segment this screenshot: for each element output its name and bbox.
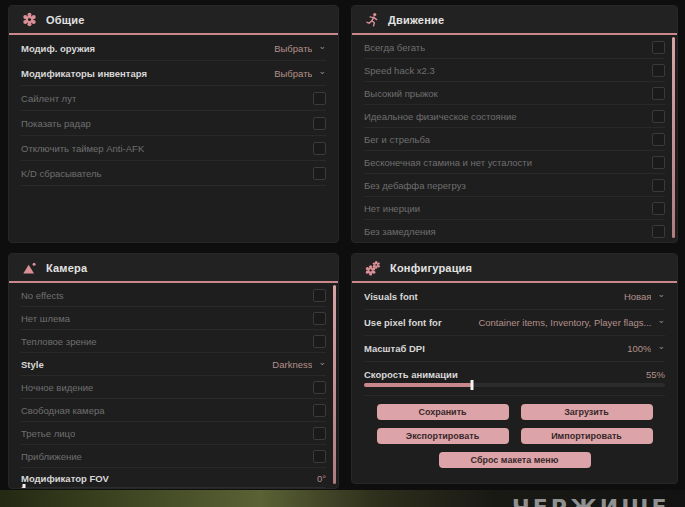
setting-row: No effects [21, 284, 326, 307]
setting-label: Модификаторы инвентаря [21, 68, 147, 79]
checkbox[interactable] [652, 225, 665, 238]
panel-movement: Движение Всегда бегатьSpeed hack x2.3Выс… [351, 5, 678, 243]
checkbox[interactable] [313, 117, 326, 130]
setting-row: Нет шлема [21, 307, 326, 330]
panel-config: Конфигурация Visuals fontНовая⌄Use pixel… [351, 253, 678, 484]
panel-title: Камера [46, 262, 87, 274]
setting-label: K/D сбрасыватель [21, 168, 102, 179]
setting-label: Всегда бегать [364, 42, 425, 53]
image-icon [22, 261, 37, 275]
checkbox[interactable] [652, 179, 665, 192]
setting-label: Тепловое зрение [21, 336, 97, 347]
panel-title: Конфигурация [390, 262, 472, 274]
checkbox[interactable] [652, 133, 665, 146]
checkbox[interactable] [313, 167, 326, 180]
watermark-text: ЧЕРЖИШЕ [512, 495, 669, 507]
setting-label: Style [21, 359, 44, 370]
panel-title: Движение [388, 14, 444, 26]
checkbox[interactable] [313, 335, 326, 348]
setting-row: Сайлент лут [21, 86, 326, 111]
checkbox[interactable] [652, 64, 665, 77]
slider-fill [364, 383, 472, 387]
panel-camera: Камера No effectsНет шлемаТепловое зрени… [8, 253, 339, 489]
checkbox[interactable] [652, 87, 665, 100]
checkbox[interactable] [652, 156, 665, 169]
setting-label: Ночное видение [21, 382, 93, 393]
config-button-row: ЭкспортироватьИмпортировать [352, 428, 677, 444]
reset-menu-layout-button[interactable]: Сброс макета меню [439, 452, 591, 468]
checkbox[interactable] [313, 404, 326, 417]
checkbox[interactable] [313, 381, 326, 394]
setting-row: Ночное видение [21, 376, 326, 399]
dropdown-value: Выбрать [274, 43, 312, 54]
config-buttons: СохранитьЗагрузитьЭкспортироватьИмпортир… [352, 404, 677, 468]
setting-row: Нет инерции [364, 197, 665, 220]
cheat-menu-overlay: Общие Модиф. оружияВыбрать⌄Модификаторы … [0, 0, 685, 507]
panel-general-rows: Модиф. оружияВыбрать⌄Модификаторы инвент… [9, 35, 338, 186]
setting-row: Visuals fontНовая⌄ [364, 284, 665, 310]
setting-label: Третье лицо [21, 428, 75, 439]
dropdown-value: Выбрать [274, 68, 312, 79]
setting-row: Бег и стрельба [364, 128, 665, 151]
slider-row-header: Модификатор FOV0° [21, 473, 326, 484]
setting-row: Без замедления [364, 220, 665, 243]
setting-row: Третье лицо [21, 422, 326, 445]
setting-label: Показать радар [21, 118, 91, 129]
chevron-down-icon: ⌄ [318, 42, 326, 51]
setting-label: Use pixel font for [364, 317, 442, 328]
dropdown[interactable]: Выбрать⌄ [274, 68, 326, 79]
slider-handle[interactable] [23, 484, 26, 489]
setting-label: Бег и стрельба [364, 134, 430, 145]
checkbox[interactable] [313, 427, 326, 440]
setting-label: Скорость анимации [364, 369, 458, 380]
setting-row: Модификаторы инвентаряВыбрать⌄ [21, 61, 326, 86]
dropdown[interactable]: Darkness⌄ [272, 359, 326, 370]
slider-handle[interactable] [471, 380, 474, 390]
setting-label: No effects [21, 290, 64, 301]
save-button[interactable]: Сохранить [377, 404, 509, 420]
game-background-strip: ЧЕРЖИШЕ [0, 490, 685, 507]
checkbox[interactable] [313, 450, 326, 463]
dropdown[interactable]: 100%⌄ [627, 343, 665, 354]
slider-row-header: Скорость анимации55% [364, 369, 665, 380]
dropdown[interactable]: Новая⌄ [624, 291, 665, 302]
setting-label: Отключить таймер Anti-AFK [21, 143, 144, 154]
panel-camera-header: Камера [9, 254, 338, 283]
setting-label: Сайлент лут [21, 93, 76, 104]
config-button-row: Сброс макета меню [352, 452, 677, 468]
setting-label: Нет инерции [364, 203, 420, 214]
setting-label: Visuals font [364, 291, 418, 302]
chevron-down-icon: ⌄ [657, 316, 665, 325]
checkbox[interactable] [652, 110, 665, 123]
panel-general-header: Общие [9, 6, 338, 35]
load-button[interactable]: Загрузить [521, 404, 653, 420]
setting-row: Тепловое зрение [21, 330, 326, 353]
setting-row: K/D сбрасыватель [21, 161, 326, 186]
scrollbar[interactable] [333, 285, 336, 484]
setting-row: Бесконечная стамина и нет усталости [364, 151, 665, 174]
checkbox[interactable] [652, 202, 665, 215]
checkbox[interactable] [313, 92, 326, 105]
setting-label: Свободная камера [21, 405, 105, 416]
chevron-down-icon: ⌄ [657, 342, 665, 351]
setting-row: Идеальное физическое состояние [364, 105, 665, 128]
checkbox[interactable] [313, 142, 326, 155]
export-button[interactable]: Экспортировать [377, 428, 509, 444]
slider-track[interactable] [364, 383, 665, 387]
gears-icon [365, 260, 381, 276]
checkbox[interactable] [652, 41, 665, 54]
panel-title: Общие [46, 14, 85, 26]
setting-label: Speed hack x2.3 [364, 65, 435, 76]
dropdown[interactable]: Container items, Inventory, Player flags… [478, 317, 665, 328]
slider-track[interactable] [21, 487, 326, 489]
setting-label: Модификатор FOV [21, 473, 109, 484]
import-button[interactable]: Импортировать [521, 428, 653, 444]
panel-movement-rows: Всегда бегатьSpeed hack x2.3Высокий прыж… [352, 35, 677, 243]
checkbox[interactable] [313, 312, 326, 325]
scrollbar[interactable] [672, 37, 675, 238]
runner-icon [365, 12, 379, 28]
setting-row: Use pixel font forContainer items, Inven… [364, 310, 665, 336]
dropdown[interactable]: Выбрать⌄ [274, 43, 326, 54]
checkbox[interactable] [313, 289, 326, 302]
slider-value: 55% [646, 369, 665, 380]
